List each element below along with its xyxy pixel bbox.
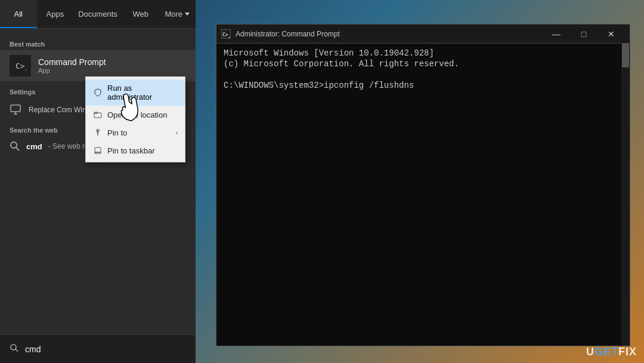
- cmd-line-1: Microsoft Windows [Version 10.0.19042.92…: [224, 48, 614, 58]
- tab-documents-label: Documents: [78, 10, 117, 19]
- search-bar: cmd: [0, 334, 196, 363]
- svg-line-8: [16, 349, 18, 352]
- watermark: UGETFIX: [586, 346, 637, 358]
- start-menu: All Apps Documents Web More Best match: [0, 0, 196, 363]
- web-search-cmd: cmd: [26, 142, 42, 151]
- svg-text:C>_: C>_: [222, 32, 230, 38]
- tab-more-label: More: [165, 10, 182, 19]
- open-file-location-label: Open file location: [107, 110, 167, 119]
- context-pin-to-taskbar[interactable]: Pin to taskbar: [86, 141, 185, 159]
- run-as-admin-label: Run as administrator: [107, 84, 178, 101]
- tab-all[interactable]: All: [0, 0, 37, 28]
- cmd-icon: C>_: [10, 55, 31, 76]
- cmd-line-3: [224, 70, 614, 79]
- folder-icon: [93, 110, 103, 119]
- desktop: All Apps Documents Web More Best match: [0, 0, 644, 363]
- tab-web-label: Web: [132, 10, 148, 19]
- watermark-fix: FIX: [618, 346, 637, 358]
- maximize-button[interactable]: □: [570, 24, 597, 44]
- pin-to-taskbar-label: Pin to taskbar: [107, 146, 155, 155]
- tab-apps[interactable]: Apps: [37, 0, 74, 28]
- pin-icon: [93, 128, 103, 137]
- svg-rect-2: [11, 105, 20, 112]
- minimize-button[interactable]: —: [543, 24, 570, 44]
- start-menu-content: Best match C>_ Command Prompt App Settin…: [0, 29, 196, 334]
- context-run-as-admin[interactable]: Run as administrator: [86, 79, 185, 106]
- context-open-file-location[interactable]: Open file location: [86, 106, 185, 124]
- submenu-arrow-icon: ›: [176, 130, 178, 136]
- svg-rect-13: [95, 152, 101, 153]
- watermark-get: GET: [595, 346, 618, 358]
- best-match-info: Command Prompt App: [38, 57, 106, 74]
- tab-documents[interactable]: Documents: [73, 0, 122, 28]
- cmd-controls: — □ ✕: [543, 24, 625, 44]
- taskbar-pin-icon: [93, 146, 103, 155]
- chevron-down-icon: [185, 13, 190, 16]
- best-match-title: Command Prompt: [38, 57, 106, 67]
- tab-apps-label: Apps: [47, 10, 64, 19]
- svg-point-7: [11, 344, 16, 350]
- cmd-scrollbar-thumb[interactable]: [622, 44, 629, 67]
- cmd-line-2: (c) Microsoft Corporation. All rights re…: [224, 59, 614, 69]
- best-match-label: Best match: [0, 36, 196, 50]
- svg-line-6: [16, 147, 19, 150]
- cmd-window: C>_ Administrator: Command Prompt — □ ✕ …: [216, 24, 630, 346]
- search-bar-text[interactable]: cmd: [25, 344, 41, 354]
- cmd-titlebar: C>_ Administrator: Command Prompt — □ ✕: [216, 24, 630, 44]
- tab-more[interactable]: More: [159, 0, 196, 28]
- shield-icon: [93, 88, 103, 97]
- monitor-icon: [10, 104, 21, 116]
- svg-rect-12: [95, 147, 101, 152]
- start-nav: All Apps Documents Web More: [0, 0, 196, 29]
- watermark-u: U: [586, 346, 595, 358]
- context-menu: Run as administrator Open file location …: [85, 76, 185, 162]
- cmd-content: Microsoft Windows [Version 10.0.19042.92…: [216, 44, 630, 346]
- cmd-line-4: C:\WINDOWS\system32>ipconfig /flushdns: [224, 81, 614, 90]
- search-bar-icon: [10, 343, 19, 355]
- best-match-subtitle: App: [38, 67, 106, 74]
- cmd-terminal: Microsoft Windows [Version 10.0.19042.92…: [216, 44, 621, 346]
- tab-web[interactable]: Web: [122, 0, 159, 28]
- context-pin-to[interactable]: Pin to ›: [86, 124, 185, 141]
- cmd-title-icon: C>_: [221, 29, 231, 39]
- svg-text:C>_: C>_: [16, 61, 27, 70]
- magnifier-icon: [10, 141, 20, 152]
- cmd-scrollbar[interactable]: [621, 44, 630, 346]
- cmd-title-text: Administrator: Command Prompt: [236, 30, 538, 38]
- pin-to-label: Pin to: [107, 128, 127, 137]
- tab-all-label: All: [14, 10, 23, 19]
- close-button[interactable]: ✕: [597, 24, 625, 44]
- svg-point-5: [11, 142, 17, 148]
